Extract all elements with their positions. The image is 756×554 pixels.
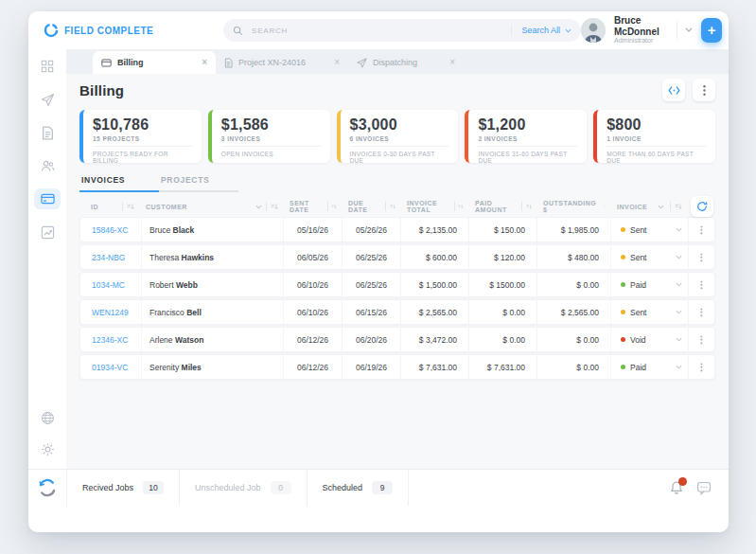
status-label: Sent [630,225,647,235]
sent-date-cell: 06/05/26 [283,245,342,269]
column-label: PAID AMOUNT [475,200,514,213]
add-button[interactable]: + [701,18,722,43]
table-row[interactable]: 234-NBG Theresa Hawkins 06/05/26 06/25/2… [79,244,715,270]
column-label: ID [91,204,98,210]
column-header-customer[interactable]: CUSTOMER [140,196,284,217]
close-icon[interactable]: × [334,58,340,67]
column-header-paid-amount[interactable]: PAID AMOUNT [469,196,537,217]
customer-cell: Francisco Bell [141,300,283,324]
invoice-id-link[interactable]: 1034-MC [80,273,141,296]
invoice-total-cell: $ 1,500.00 [400,273,468,296]
paid-amount-cell: $ 0.00 [468,300,536,324]
invoice-total-cell: $ 3,472.00 [400,328,468,351]
billing-card-icon [41,193,55,205]
sidebar-item-globe[interactable] [34,407,61,428]
row-actions-menu[interactable]: ⋮ [688,300,714,324]
due-date-cell: 06/25/26 [342,273,400,296]
row-actions-menu[interactable]: ⋮ [688,273,714,296]
table-header: ID CUSTOMER SENT DATE DUE DATE INVOICE T… [79,196,715,217]
notifications-button[interactable] [669,480,684,495]
footer-scheduled-jobs[interactable]: Scheduled 9 [308,470,410,506]
close-icon[interactable]: × [202,58,207,67]
column-label: DUE DATE [348,200,378,213]
card-over-60-past-due[interactable]: $800 1 INVOICE MORE THAN 60 DAYS PAST DU… [593,110,715,163]
window-tab-strip: Billing × Project XN-24016 × Dispatching… [28,49,729,74]
footer-received-jobs[interactable]: Recived Jobs 10 [67,470,180,506]
invoice-id-link[interactable]: WEN1249 [80,300,141,324]
unscheduled-jobs-count: 0 [271,481,291,494]
card-ready-for-billing[interactable]: $10,786 15 PROJECTS PROJECTS READY FOR B… [79,110,202,163]
column-header-outstanding[interactable]: OUTSTANDING $ [537,196,611,217]
invoice-id-link[interactable]: 15846-XC [80,218,141,241]
row-actions-menu[interactable]: ⋮ [688,328,714,351]
column-header-sort[interactable] [670,196,689,217]
status-dropdown-chevron[interactable] [669,273,688,296]
outstanding-cell: $ 0.00 [536,355,610,379]
status-dropdown-chevron[interactable] [669,245,688,269]
due-date-cell: 06/25/26 [342,245,400,269]
page-actions [662,79,715,101]
row-actions-menu[interactable]: ⋮ [688,355,714,379]
sidebar-item-settings[interactable] [34,438,61,459]
status-dropdown-chevron[interactable] [669,355,688,379]
customer-first-name: Francisco [149,308,185,317]
table-row[interactable]: WEN1249 Francisco Bell 06/10/26 06/15/26… [79,299,715,325]
search-input[interactable] [250,26,504,36]
chevron-down-icon [676,365,682,369]
table-row[interactable]: 1034-MC Robert Webb 06/10/26 06/25/26 $ … [79,272,715,297]
sidebar-item-dashboard[interactable] [34,56,61,77]
global-search[interactable]: Search All [223,19,581,42]
table-row[interactable]: 12346-XC Arlene Watson 06/12/26 06/20/26… [79,327,715,352]
refresh-button[interactable] [691,196,713,217]
customer-cell: Bruce Black [141,218,283,241]
column-header-sent-date[interactable]: SENT DATE [284,196,343,217]
page-menu-button[interactable] [693,79,715,101]
sidebar-item-billing[interactable] [34,188,61,209]
paid-amount-cell: $ 120.00 [468,245,536,269]
settings-gear-icon [41,442,55,456]
column-header-id[interactable]: ID [79,196,140,217]
card-description: INVOICES 0-30 DAYS PAST DUE [350,151,449,164]
billing-card-icon [101,59,112,67]
sidebar-item-reports[interactable] [34,222,61,242]
column-header-invoice-total[interactable]: INVOICE TOTAL [401,196,469,217]
column-header-invoice-status[interactable]: INVOICE [611,196,670,217]
table-row[interactable]: 15846-XC Bruce Black 05/16/26 05/26/26 $… [79,217,715,242]
search-scope-dropdown[interactable]: Search All [511,26,571,35]
card-open-invoices[interactable]: $1,586 3 INVOICES OPEN INVOICES [208,110,330,163]
sidebar-item-projects[interactable] [34,122,61,143]
row-actions-menu[interactable]: ⋮ [688,218,714,241]
table-row[interactable]: 01934-VC Serenity Miles 06/12/26 06/19/2… [79,354,715,380]
card-31-60-past-due[interactable]: $1,200 2 INVOICES INVOICES 31-60 DAYS PA… [465,110,587,163]
code-embed-button[interactable] [662,79,685,101]
avatar[interactable] [581,18,606,43]
paid-amount-cell: $ 1500.00 [468,273,536,296]
sidebar-item-customers[interactable] [34,155,61,176]
tab-invoices[interactable]: INVOICES [79,175,159,192]
chat-bubble-icon [696,481,712,495]
sort-icon [526,203,532,210]
status-dropdown-chevron[interactable] [669,218,688,241]
brand-logo: FIELD COMPLETE [44,23,185,38]
footer-unscheduled-jobs[interactable]: Unscheduled Job 0 [180,470,308,506]
tab-project[interactable]: Project XN-24016 × [216,51,348,74]
chat-button[interactable] [696,481,712,495]
invoice-id-link[interactable]: 01934-VC [80,355,141,379]
close-icon[interactable]: × [449,58,455,67]
row-actions-menu[interactable]: ⋮ [688,245,714,269]
card-0-30-past-due[interactable]: $3,000 6 INVOICES INVOICES 0-30 DAYS PAS… [337,110,459,163]
invoice-id-link[interactable]: 12346-XC [80,328,141,351]
tab-projects[interactable]: PROJECTS [159,175,238,192]
chevron-down-icon [255,205,262,209]
customer-last-name: Watson [175,335,203,345]
column-header-due-date[interactable]: DUE DATE [343,196,401,217]
tab-billing[interactable]: Billing × [93,51,216,74]
invoice-id-link[interactable]: 234-NBG [80,245,141,269]
tab-dispatching[interactable]: Dispatching × [348,51,464,74]
user-menu-chevron[interactable] [685,27,693,32]
field-complete-sync-icon [37,477,58,498]
status-dropdown-chevron[interactable] [669,328,688,351]
card-description: MORE THAN 60 DAYS PAST DUE [607,151,706,164]
sidebar-item-dispatching[interactable] [34,89,61,110]
status-dropdown-chevron[interactable] [669,300,688,324]
